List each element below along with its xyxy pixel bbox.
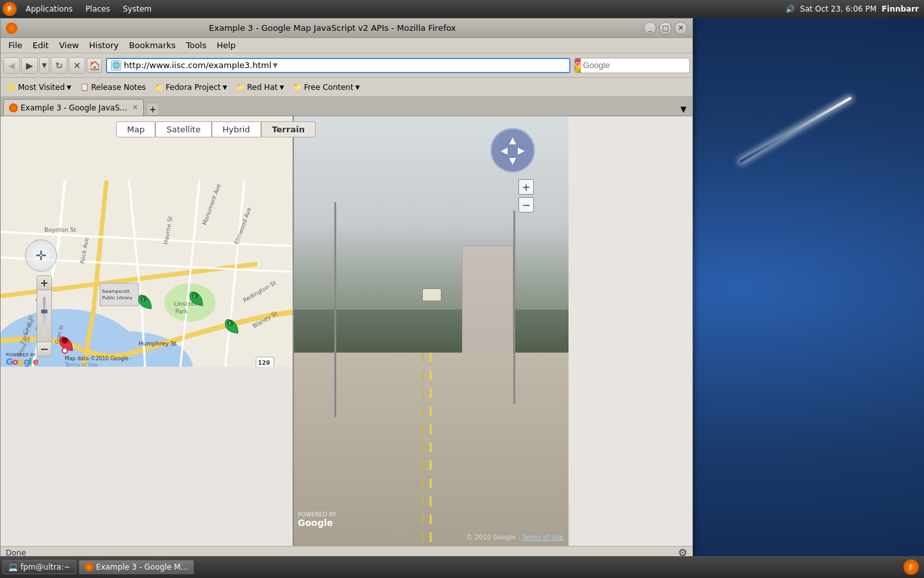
free-content-label: Free Content <box>304 83 354 92</box>
road-left-line <box>422 353 424 546</box>
panel-divider <box>293 116 294 546</box>
svg-rect-21 <box>100 283 139 306</box>
back-dropdown[interactable]: ▼ <box>39 57 49 74</box>
zoom-in-button[interactable]: + <box>37 276 51 290</box>
sv-google-logo: Google <box>298 518 336 528</box>
red-hat-bookmark[interactable]: 📁 Red Hat ▼ <box>232 82 288 93</box>
tab-dropdown-button[interactable]: ▼ <box>677 103 690 116</box>
zoom-out-button[interactable]: − <box>37 342 51 356</box>
new-tab-button[interactable]: + <box>146 103 159 116</box>
firefox-window: Example 3 - Google Map JavaScript v2 API… <box>0 18 693 559</box>
map-tab-satellite[interactable]: Satellite <box>155 121 211 137</box>
url-text: http://www.iisc.com/example3.html <box>124 60 271 70</box>
search-engine-icon: G <box>575 58 581 73</box>
reload-button[interactable]: ↻ <box>51 57 67 74</box>
bookmarks-menu[interactable]: Bookmarks <box>124 39 181 51</box>
maximize-button[interactable]: □ <box>659 22 672 35</box>
page-icon: 🌐 <box>111 60 121 71</box>
view-menu[interactable]: View <box>54 39 84 51</box>
map-tab-map[interactable]: Map <box>116 121 155 137</box>
terminal-taskbar-item[interactable]: 💻 fpm@ultra:~ <box>3 560 76 574</box>
terminal-icon: 💻 <box>8 563 18 572</box>
edit-menu[interactable]: Edit <box>28 39 54 51</box>
svg-text:Park: Park <box>175 308 188 315</box>
fedora-project-bookmark[interactable]: 📁 Fedora Project ▼ <box>151 82 231 93</box>
tab-close-button[interactable]: ✕ <box>132 103 138 112</box>
places-menu[interactable]: Places <box>81 3 114 15</box>
streetview-zoom: + − <box>518 179 534 213</box>
system-tray: 🔊 Sat Oct 23, 6:06 PM Finnbarr <box>785 4 924 13</box>
svg-text:l: l <box>29 356 32 367</box>
comet-decoration <box>739 96 851 162</box>
system-menu[interactable]: System <box>119 3 155 15</box>
close-button[interactable]: ✕ <box>674 22 687 35</box>
svg-text:Public Library: Public Library <box>102 295 132 301</box>
stop-button[interactable]: ✕ <box>69 57 85 74</box>
url-bar[interactable]: 🌐 http://www.iisc.com/example3.html ▼ <box>106 58 570 73</box>
most-visited-bookmark[interactable]: ⭐ Most Visited ▼ <box>3 82 75 93</box>
minimize-button[interactable]: _ <box>644 22 656 35</box>
back-button[interactable]: ◀ <box>3 57 20 74</box>
svg-text:2: 2 <box>193 293 196 298</box>
release-notes-bookmark[interactable]: 📋 Release Notes <box>76 82 150 93</box>
svg-text:Humphrey St: Humphrey St <box>139 340 177 347</box>
zoom-slider[interactable] <box>37 290 51 342</box>
pole-right <box>513 211 515 404</box>
road-center-lines <box>430 353 432 546</box>
home-button[interactable]: 🏠 <box>87 58 102 73</box>
window-controls: _ □ ✕ <box>644 22 687 35</box>
help-menu[interactable]: Help <box>212 39 241 51</box>
firefox-notification-icon[interactable]: F <box>903 559 919 575</box>
title-bar: Example 3 - Google Map JavaScript v2 API… <box>1 19 692 38</box>
search-bar: G 🔍 <box>574 58 690 73</box>
tab-label: Example 3 - Google JavaS... <box>21 103 127 112</box>
history-menu[interactable]: History <box>84 39 124 51</box>
map-pan-control[interactable]: ✛ <box>25 240 57 272</box>
svg-text:Map data ©2010 Google -: Map data ©2010 Google - <box>65 356 132 362</box>
os-logo[interactable]: F <box>3 2 17 16</box>
sv-copyright-text: © 2010 Google - <box>466 534 520 541</box>
svg-text:1: 1 <box>142 297 144 301</box>
firefox-icon <box>6 22 17 34</box>
most-visited-arrow: ▼ <box>67 84 71 91</box>
distant-car <box>422 288 441 301</box>
red-hat-icon: 📁 <box>236 83 245 91</box>
navigation-bar: ◀ ▶ ▼ ↻ ✕ 🏠 🌐 http://www.iisc.com/exampl… <box>1 53 692 78</box>
tools-menu[interactable]: Tools <box>181 39 212 51</box>
svg-point-33 <box>62 348 67 353</box>
free-content-icon: 📁 <box>293 83 302 91</box>
active-tab[interactable]: Example 3 - Google JavaS... ✕ <box>3 99 144 116</box>
free-content-bookmark[interactable]: 📁 Free Content ▼ <box>289 82 364 93</box>
sv-zoom-in[interactable]: + <box>518 179 534 195</box>
fedora-project-arrow: ▼ <box>223 84 227 91</box>
taskbar-bottom-right: F <box>903 559 924 575</box>
map-tab-hybrid[interactable]: Hybrid <box>212 121 261 137</box>
tab-favicon <box>9 103 18 112</box>
file-menu[interactable]: File <box>3 39 28 51</box>
sv-terms-link[interactable]: Terms of Use <box>522 534 563 541</box>
url-dropdown[interactable]: ▼ <box>273 62 278 69</box>
firefox-taskbar-item[interactable]: Example 3 - Google M... <box>79 560 194 574</box>
map-zoom-controls: + − <box>37 276 52 356</box>
taskbar-top-left: F Applications Places System <box>0 2 155 16</box>
volume-icon[interactable]: 🔊 <box>785 4 795 13</box>
svg-point-32 <box>62 337 68 344</box>
terminal-label: fpm@ultra:~ <box>21 563 71 572</box>
search-input[interactable] <box>581 60 690 70</box>
sv-zoom-out[interactable]: − <box>518 197 534 213</box>
taskbar-items: 💻 fpm@ultra:~ Example 3 - Google M... <box>0 560 194 574</box>
sv-powered-text: POWERED BY <box>298 511 336 518</box>
username-display: Finnbarr <box>882 4 919 13</box>
applications-menu[interactable]: Applications <box>22 3 76 15</box>
map-tab-terrain[interactable]: Terrain <box>261 121 316 137</box>
svg-text:Swampscott: Swampscott <box>102 289 130 294</box>
firefox-taskbar-icon <box>85 563 94 572</box>
map-type-tabs: Map Satellite Hybrid Terrain <box>116 121 316 137</box>
taskbar-top: F Applications Places System 🔊 Sat Oct 2… <box>0 0 924 18</box>
streetview-compass[interactable]: ▲ ◀ ▶ ▼ <box>490 128 535 173</box>
street-view-panel: ▲ ◀ ▶ ▼ + − POWERED BY <box>293 116 569 546</box>
forward-button[interactable]: ▶ <box>21 57 38 74</box>
red-hat-arrow: ▼ <box>280 84 284 91</box>
left-map-panel: Burrill St Rock Ave Monument Ave Elmwood… <box>1 116 293 546</box>
datetime-display: Sat Oct 23, 6:06 PM <box>800 4 877 13</box>
